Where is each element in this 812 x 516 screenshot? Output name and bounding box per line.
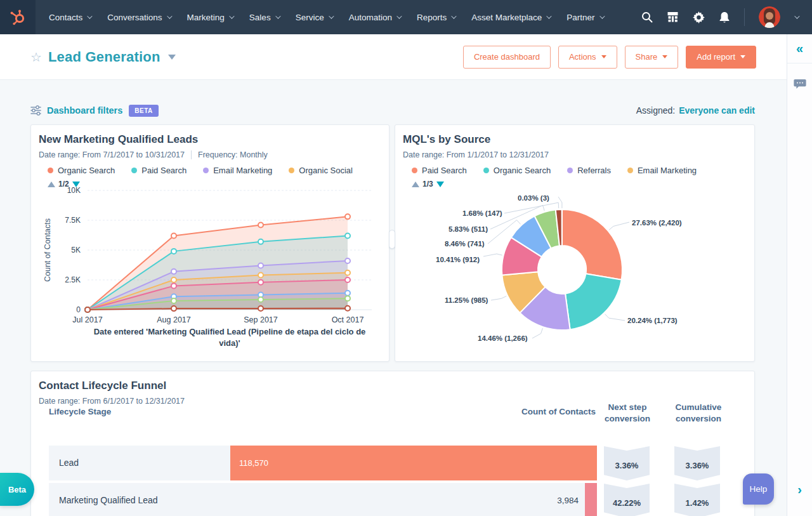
legend-label: Email Marketing bbox=[213, 166, 272, 175]
report-meta: Date range: From 1/1/2017 to 12/31/2017 bbox=[395, 146, 754, 159]
help-button[interactable]: Help bbox=[743, 473, 774, 505]
conversion-badge-cumulative: 3.36% bbox=[674, 446, 720, 480]
pie-slice-label: 20.24% (1,773) bbox=[627, 317, 678, 324]
legend-item-paid-search[interactable]: Paid Search bbox=[412, 166, 467, 175]
favorite-star-icon[interactable]: ☆ bbox=[30, 51, 42, 63]
svg-text:7.5K: 7.5K bbox=[65, 216, 81, 225]
comments-icon[interactable] bbox=[787, 79, 812, 89]
assigned-value-link[interactable]: Everyone can edit bbox=[679, 105, 755, 116]
collapse-sidebar-icon[interactable]: « bbox=[787, 34, 812, 63]
svg-text:0: 0 bbox=[76, 305, 81, 314]
nav-item-automation[interactable]: Automation bbox=[341, 0, 409, 34]
notifications-icon[interactable] bbox=[719, 11, 730, 23]
legend-label: Paid Search bbox=[422, 166, 467, 175]
report-card-contact-lifecycle-funnel: Contact Lifecycle Funnel Date range: Fro… bbox=[30, 371, 755, 516]
nav-item-asset-marketplace[interactable]: Asset Marketplace bbox=[463, 0, 558, 34]
funnel-row-lead[interactable]: Lead118,570 bbox=[49, 446, 597, 480]
svg-text:5K: 5K bbox=[71, 246, 81, 255]
legend-dot-icon bbox=[203, 168, 209, 173]
nav-item-label: Marketing bbox=[187, 13, 225, 22]
caret-down-icon bbox=[601, 55, 606, 58]
donut-chart[interactable] bbox=[395, 185, 754, 357]
conversion-badge-next-step: 42.22% bbox=[604, 484, 650, 516]
settings-icon[interactable] bbox=[693, 11, 705, 23]
chevron-down-icon bbox=[546, 13, 551, 18]
report-title[interactable]: MQL's by Source bbox=[395, 125, 754, 146]
nav-item-service[interactable]: Service bbox=[287, 0, 341, 34]
card-resize-handle[interactable] bbox=[389, 230, 395, 249]
expand-panel-icon[interactable]: › bbox=[787, 482, 812, 497]
actions-button[interactable]: Actions bbox=[558, 46, 617, 69]
funnel-rows: Lead118,5703.36%3.36%Marketing Qualified… bbox=[31, 371, 754, 516]
funnel-row-marketing-qualified-lead[interactable]: Marketing Qualified Lead3,984 bbox=[49, 483, 597, 516]
share-button[interactable]: Share bbox=[625, 46, 679, 69]
report-card-mqls-by-source: MQL's by Source Date range: From 1/1/201… bbox=[395, 124, 755, 362]
hubspot-logo[interactable] bbox=[0, 0, 36, 34]
svg-text:2.5K: 2.5K bbox=[65, 275, 81, 284]
chart-legend: Paid SearchOrganic SearchReferralsEmail … bbox=[395, 159, 754, 175]
nav-item-label: Sales bbox=[249, 13, 271, 22]
create-dashboard-button[interactable]: Create dashboard bbox=[463, 46, 551, 69]
svg-text:10K: 10K bbox=[67, 186, 81, 195]
nav-item-partner[interactable]: Partner bbox=[558, 0, 611, 34]
legend-item-organic-search[interactable]: Organic Search bbox=[48, 166, 115, 175]
x-axis-title: Date entered 'Marketing Qualified Lead (… bbox=[88, 326, 372, 348]
nav-item-label: Partner bbox=[566, 13, 594, 22]
chevron-down-icon bbox=[275, 13, 280, 18]
nav-item-reports[interactable]: Reports bbox=[409, 0, 463, 34]
legend-item-organic-social[interactable]: Organic Social bbox=[289, 166, 353, 175]
svg-text:Oct 2017: Oct 2017 bbox=[332, 315, 364, 324]
nav-item-label: Reports bbox=[417, 13, 447, 22]
search-icon[interactable] bbox=[641, 11, 653, 23]
nav-item-conversations[interactable]: Conversations bbox=[99, 0, 178, 34]
add-report-button[interactable]: Add report bbox=[686, 46, 756, 69]
user-avatar[interactable] bbox=[759, 6, 780, 28]
legend-item-organic-search[interactable]: Organic Search bbox=[483, 166, 551, 175]
svg-text:Sep 2017: Sep 2017 bbox=[244, 315, 278, 324]
pie-slice-1[interactable] bbox=[565, 274, 622, 329]
svg-text:Jul 2017: Jul 2017 bbox=[72, 315, 102, 324]
dashboard-filters-link[interactable]: Dashboard filters bbox=[47, 105, 122, 116]
pie-slice-label: 8.46% (741) bbox=[445, 240, 485, 248]
chevron-down-icon[interactable] bbox=[794, 13, 799, 18]
marketplace-icon[interactable] bbox=[667, 11, 679, 23]
beta-pill[interactable]: Beta bbox=[0, 473, 34, 506]
legend-dot-icon bbox=[48, 168, 53, 173]
funnel-bar[interactable]: 118,570 bbox=[230, 446, 597, 480]
right-sidebar-rail: « › bbox=[787, 34, 812, 516]
nav-item-label: Service bbox=[296, 13, 324, 22]
legend-item-email-marketing[interactable]: Email Marketing bbox=[203, 166, 272, 175]
nav-item-contacts[interactable]: Contacts bbox=[41, 0, 99, 34]
legend-dot-icon bbox=[627, 168, 633, 173]
svg-text:Count of Contacts: Count of Contacts bbox=[43, 218, 52, 282]
header-actions: Create dashboard Actions Share Add repor… bbox=[463, 46, 756, 69]
chevron-down-icon bbox=[451, 13, 456, 18]
legend-dot-icon bbox=[412, 168, 417, 173]
legend-item-email-marketing[interactable]: Email Marketing bbox=[627, 166, 697, 175]
nav-item-marketing[interactable]: Marketing bbox=[179, 0, 241, 34]
funnel-count-value: 3,984 bbox=[557, 483, 579, 516]
nav-item-sales[interactable]: Sales bbox=[241, 0, 287, 34]
chevron-down-icon bbox=[87, 13, 92, 18]
legend-item-referrals[interactable]: Referrals bbox=[567, 166, 611, 175]
share-label: Share bbox=[636, 52, 658, 62]
caret-down-icon bbox=[740, 55, 745, 58]
pie-slice-0[interactable] bbox=[562, 209, 622, 280]
report-card-new-mqls: New Marketing Qualified Leads Date range… bbox=[30, 124, 390, 362]
pie-slice-label: 1.68% (147) bbox=[462, 209, 502, 217]
actions-label: Actions bbox=[569, 52, 596, 62]
sprocket-icon bbox=[10, 9, 26, 25]
legend-item-paid-search[interactable]: Paid Search bbox=[131, 166, 187, 175]
chart-legend: Organic SearchPaid SearchEmail Marketing… bbox=[31, 159, 389, 175]
nav-item-label: Conversations bbox=[107, 13, 162, 22]
nav-item-label: Asset Marketplace bbox=[471, 13, 542, 22]
report-title[interactable]: New Marketing Qualified Leads bbox=[31, 125, 389, 146]
legend-label: Email Marketing bbox=[638, 166, 697, 175]
svg-text:Aug 2017: Aug 2017 bbox=[157, 315, 191, 324]
legend-dot-icon bbox=[289, 168, 294, 173]
page-header: ☆ Lead Generation Create dashboard Actio… bbox=[0, 34, 787, 80]
funnel-stage-label: Marketing Qualified Lead bbox=[59, 483, 158, 516]
line-chart[interactable]: 02.5K5K7.5K10KCount of ContactsJul 2017A… bbox=[31, 182, 390, 328]
dashboard-selector-caret-icon[interactable] bbox=[168, 55, 176, 60]
funnel-bar[interactable] bbox=[585, 483, 597, 516]
